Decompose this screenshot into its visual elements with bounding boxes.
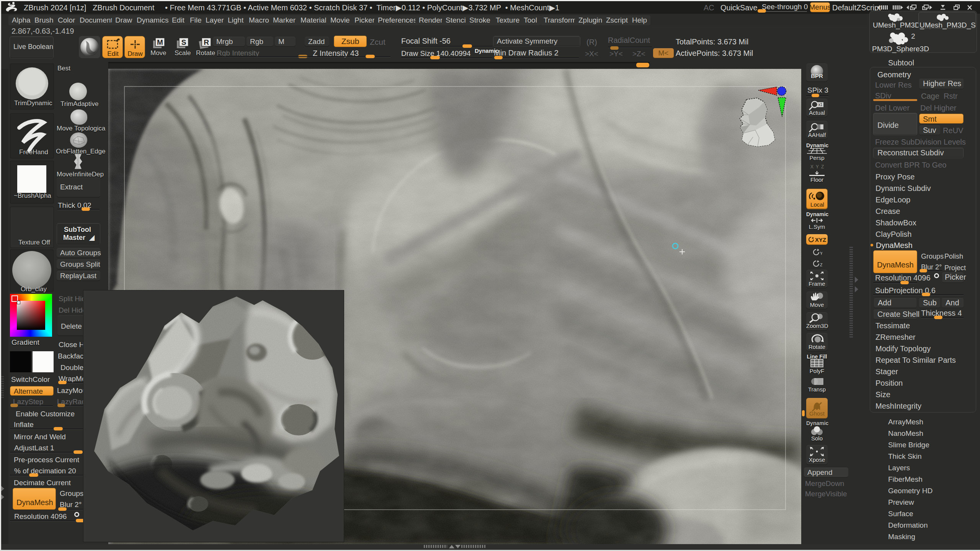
svg-text:R: R [204,38,209,46]
svg-text:S: S [181,38,186,46]
svg-text:Y: Y [820,251,822,256]
svg-text:M: M [157,38,163,46]
svg-text:x1: x1 [818,103,823,107]
svg-text:Z: Z [820,262,822,267]
